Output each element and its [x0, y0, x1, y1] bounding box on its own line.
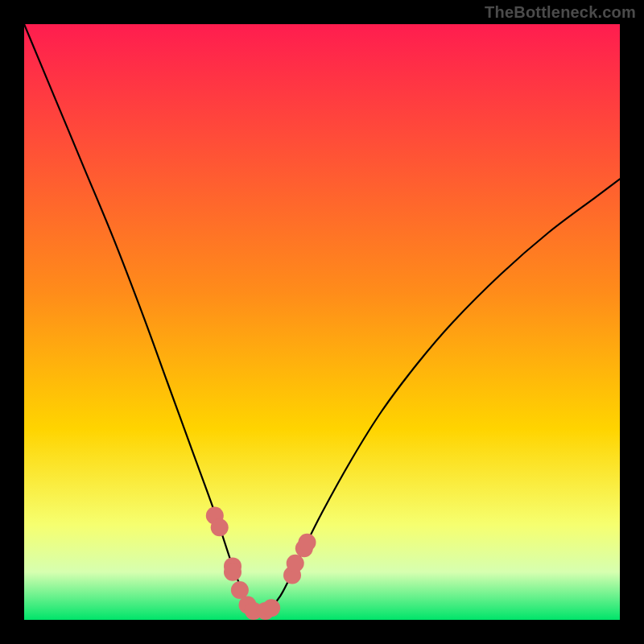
- marker-dot: [262, 599, 280, 617]
- marker-dot: [224, 564, 242, 581]
- marker-dot: [211, 518, 229, 536]
- plot-background: [24, 24, 620, 620]
- bottleneck-chart: [0, 0, 644, 644]
- chart-stage: TheBottleneck.com: [0, 0, 644, 644]
- marker-dot: [299, 534, 316, 551]
- watermark-label: TheBottleneck.com: [485, 3, 636, 22]
- marker-dot: [287, 555, 304, 572]
